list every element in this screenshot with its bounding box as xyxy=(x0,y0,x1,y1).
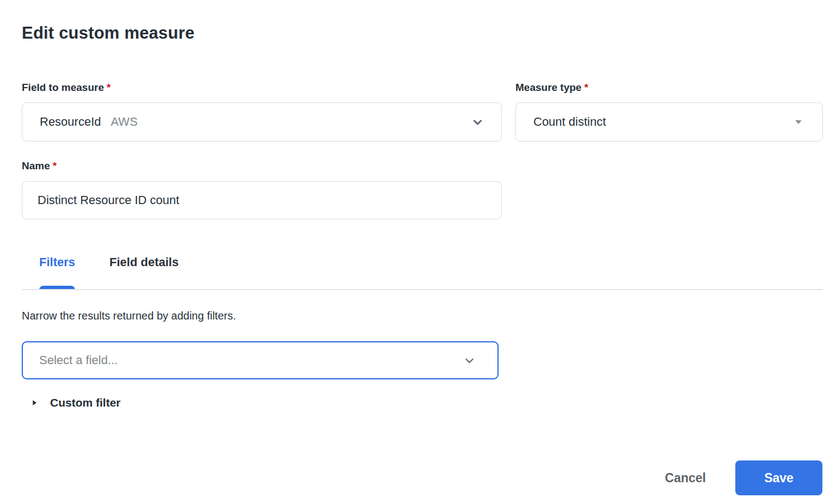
tab-field-details[interactable]: Field details xyxy=(109,255,179,290)
tab-field-details-label: Field details xyxy=(109,255,179,269)
dropdown-caret-icon xyxy=(791,114,806,130)
chevron-down-icon xyxy=(462,353,477,368)
required-asterisk: * xyxy=(584,82,588,93)
filter-field-placeholder: Select a field... xyxy=(39,353,118,367)
measure-type-value: Count distinct xyxy=(533,115,606,129)
required-asterisk: * xyxy=(53,160,57,171)
measure-type-label: Measure type* xyxy=(515,82,588,94)
chevron-down-icon xyxy=(470,115,485,130)
field-to-measure-select[interactable]: ResourceId AWS xyxy=(22,102,502,142)
triangle-right-icon xyxy=(30,398,39,407)
measure-type-label-text: Measure type xyxy=(515,82,581,93)
measure-type-select[interactable]: Count distinct xyxy=(515,102,823,142)
name-input[interactable] xyxy=(22,181,502,219)
save-button[interactable]: Save xyxy=(735,460,822,495)
required-asterisk: * xyxy=(107,82,110,93)
page-title: Edit custom measure xyxy=(22,23,194,43)
filters-description: Narrow the results returned by adding fi… xyxy=(22,310,236,322)
name-label: Name* xyxy=(22,160,57,172)
edit-custom-measure-dialog: Edit custom measure Field to measure* Re… xyxy=(0,0,836,504)
cancel-button[interactable]: Cancel xyxy=(663,465,708,491)
name-label-text: Name xyxy=(22,160,50,171)
field-to-measure-source-badge: AWS xyxy=(111,115,138,129)
dialog-footer: Cancel Save xyxy=(663,460,822,495)
tab-divider xyxy=(22,289,823,290)
field-to-measure-value: ResourceId xyxy=(40,115,101,129)
tab-bar: Filters Field details xyxy=(39,255,179,290)
custom-filter-label: Custom filter xyxy=(50,396,121,409)
tab-filters-label: Filters xyxy=(39,255,75,269)
filter-field-select[interactable]: Select a field... xyxy=(22,341,499,379)
field-to-measure-label: Field to measure* xyxy=(22,82,110,94)
field-to-measure-label-text: Field to measure xyxy=(22,82,104,93)
custom-filter-expander[interactable]: Custom filter xyxy=(30,396,121,409)
tab-filters[interactable]: Filters xyxy=(39,255,75,290)
